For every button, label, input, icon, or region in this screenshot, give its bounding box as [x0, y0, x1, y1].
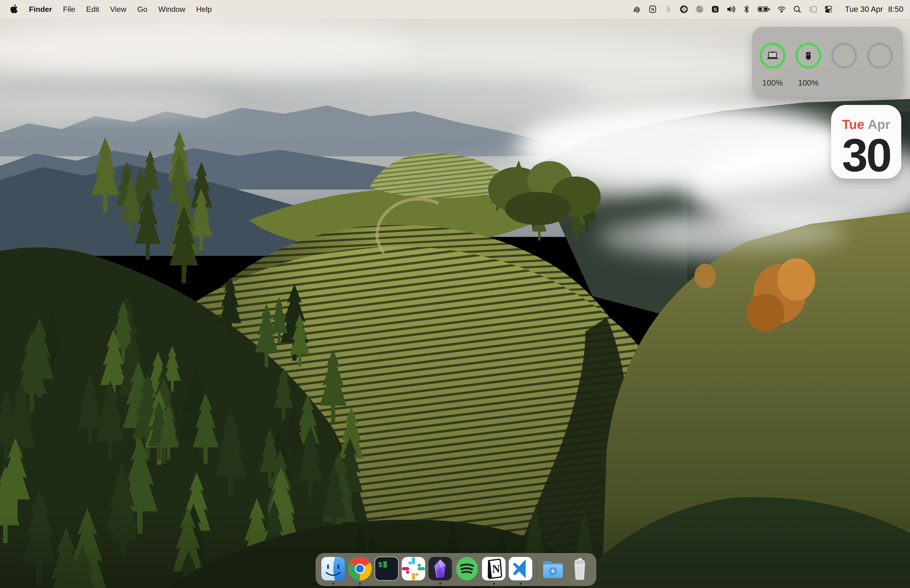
running-indicator: [493, 583, 495, 585]
menu-view[interactable]: View: [110, 5, 126, 14]
calendar-day: 30: [831, 133, 901, 178]
bluetooth-icon[interactable]: [742, 5, 751, 14]
dock: $: [316, 553, 596, 586]
menu-bar: Finder File Edit View Go Window Help: [0, 0, 910, 18]
dock-item-notion[interactable]: N: [480, 553, 507, 586]
dock-item-spotify[interactable]: [454, 553, 480, 586]
menu-file[interactable]: File: [63, 5, 75, 14]
striped-app-icon[interactable]: [632, 5, 642, 14]
battery-percent-mouse: 100%: [798, 78, 819, 87]
volume-icon[interactable]: [726, 5, 735, 14]
battery-ring-empty-1: [832, 44, 856, 68]
dock-divider: [534, 553, 540, 586]
wifi-icon[interactable]: [777, 5, 786, 14]
running-indicator: [332, 583, 334, 585]
menu-help[interactable]: Help: [196, 5, 212, 14]
dock-item-trash[interactable]: [566, 553, 593, 586]
menu-edit[interactable]: Edit: [86, 5, 99, 14]
dock-item-downloads[interactable]: [540, 553, 566, 586]
notion-icon[interactable]: N: [648, 5, 657, 14]
battery-charging-icon[interactable]: [757, 4, 771, 14]
running-indicator: [519, 583, 522, 585]
running-indicator: [359, 583, 361, 585]
control-center-icon[interactable]: [824, 5, 833, 14]
battery-widget[interactable]: 100% 100%: [752, 27, 903, 97]
menu-go[interactable]: Go: [137, 5, 147, 14]
mouse-battery-icon[interactable]: [664, 5, 673, 14]
battery-ring-laptop: [759, 42, 786, 69]
active-app-name[interactable]: Finder: [29, 5, 52, 14]
calendar-widget[interactable]: Tue Apr 30: [831, 105, 901, 179]
battery-ring-empty-2: [868, 44, 892, 68]
dock-item-terminal[interactable]: $: [373, 553, 400, 586]
battery-ring-mouse: [795, 42, 821, 69]
clock-time: 8:50: [888, 5, 904, 14]
dock-item-slack[interactable]: [400, 553, 427, 586]
clock-date: Tue 30 Apr: [845, 5, 883, 14]
globe-icon[interactable]: [695, 5, 704, 14]
waveform-circle-icon[interactable]: [679, 5, 689, 14]
running-indicator: [439, 583, 441, 585]
svg-text:N: N: [651, 7, 654, 12]
desktop: Finder File Edit View Go Window Help: [0, 0, 910, 588]
svg-text:S: S: [714, 6, 717, 12]
dock-item-obsidian[interactable]: [427, 553, 454, 586]
s-app-icon[interactable]: S: [710, 5, 720, 14]
dock-item-vscode[interactable]: [507, 553, 534, 586]
menu-window[interactable]: Window: [158, 5, 185, 14]
apple-icon[interactable]: [10, 3, 18, 15]
menu-bar-clock[interactable]: Tue 30 Apr 8:50: [845, 5, 904, 14]
menu-bar-left: Finder File Edit View Go Window Help: [10, 3, 212, 15]
dock-item-finder[interactable]: [320, 553, 346, 586]
spotlight-icon[interactable]: [792, 5, 802, 14]
svg-text:N: N: [492, 563, 500, 575]
stage-manager-icon[interactable]: [808, 5, 818, 14]
battery-percent-laptop: 100%: [762, 78, 783, 87]
svg-text:$: $: [378, 561, 383, 569]
menu-bar-status: N: [632, 4, 904, 14]
dock-item-chrome[interactable]: [346, 553, 373, 586]
